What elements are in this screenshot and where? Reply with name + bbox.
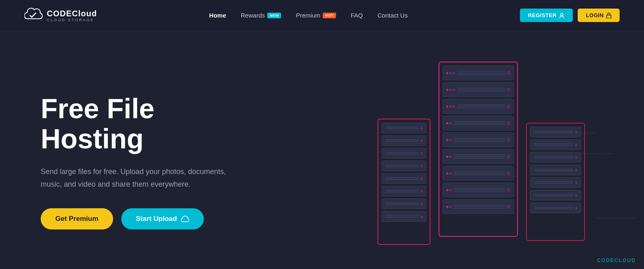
server-unit	[530, 190, 581, 201]
badge-new: NEW	[267, 13, 282, 18]
deco-line	[595, 218, 636, 218]
server-unit	[443, 166, 514, 181]
server-unit	[530, 165, 581, 175]
server-unit	[382, 135, 426, 146]
server-unit	[530, 152, 581, 163]
server-rack-right	[526, 123, 585, 241]
server-unit	[443, 66, 514, 80]
hero-section: Free FileHosting Send large files for fr…	[0, 31, 644, 267]
hero-description: Send large files for free. Upload your p…	[41, 165, 236, 190]
server-unit	[382, 186, 426, 196]
server-unit	[382, 198, 426, 209]
server-unit	[443, 116, 514, 130]
login-button[interactable]: LOGIN	[578, 9, 620, 22]
nav-home[interactable]: Home	[209, 12, 226, 19]
header: CODECloud CLOUD STORAGE Home Rewards NEW…	[0, 0, 644, 31]
server-unit	[530, 139, 581, 150]
server-unit	[443, 99, 514, 114]
main-nav: Home Rewards NEW Premium HOT FAQ Contact…	[209, 12, 408, 19]
server-unit	[382, 161, 426, 171]
server-unit	[443, 82, 514, 97]
server-unit	[443, 199, 514, 214]
svg-point-0	[561, 13, 563, 16]
watermark: CODECLOUD	[597, 258, 636, 263]
server-unit	[382, 173, 426, 184]
server-unit	[530, 203, 581, 213]
deco-line	[579, 153, 611, 154]
register-button[interactable]: REGISTER	[520, 9, 573, 22]
start-upload-button[interactable]: Start Upload	[121, 208, 204, 229]
server-unit	[382, 148, 426, 159]
nav-premium[interactable]: Premium HOT	[296, 12, 336, 19]
nav-buttons: REGISTER LOGIN	[520, 9, 620, 22]
hero-buttons: Get Premium Start Upload	[41, 208, 252, 229]
server-unit	[443, 183, 514, 197]
server-unit	[382, 211, 426, 222]
get-premium-button[interactable]: Get Premium	[41, 208, 113, 229]
nav-contact[interactable]: Contact Us	[378, 12, 408, 19]
logo-tagline: CLOUD STORAGE	[47, 18, 97, 22]
deco-line	[546, 133, 595, 133]
server-unit	[443, 132, 514, 147]
svg-rect-1	[607, 15, 611, 18]
server-unit	[530, 127, 581, 137]
server-illustration	[319, 31, 644, 267]
server-unit	[443, 149, 514, 164]
server-unit	[530, 177, 581, 188]
logo-name: CODECloud	[47, 9, 97, 18]
hero-title: Free FileHosting	[41, 93, 252, 154]
server-rack-center	[439, 62, 518, 237]
logo: CODECloud CLOUD STORAGE	[24, 7, 97, 23]
server-rack-left	[378, 119, 430, 245]
hero-content: Free FileHosting Send large files for fr…	[41, 93, 252, 230]
server-unit	[382, 123, 426, 133]
cloud-icon	[24, 7, 43, 23]
badge-hot: HOT	[323, 13, 336, 18]
nav-faq[interactable]: FAQ	[351, 12, 363, 19]
racks	[378, 62, 585, 245]
nav-rewards[interactable]: Rewards NEW	[241, 12, 282, 19]
